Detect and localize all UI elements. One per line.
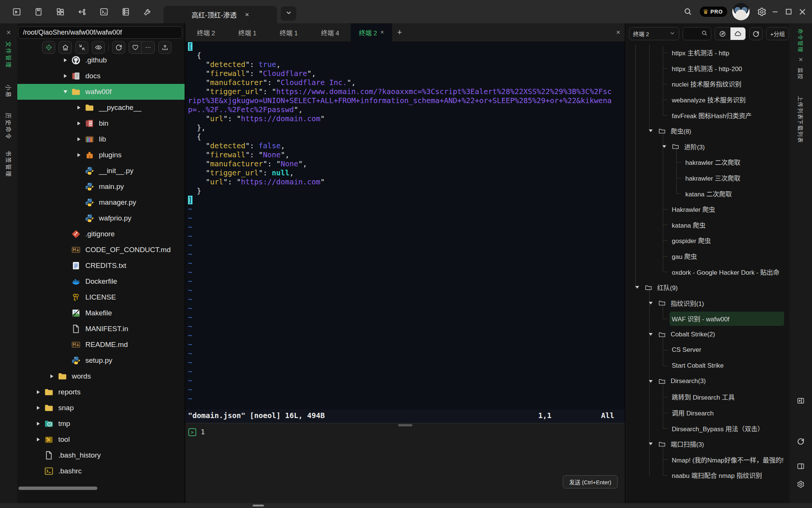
right-rail-tab-4[interactable]: 下载列表 — [797, 119, 804, 143]
command-item-17[interactable]: WAF 识别 - wafw00f — [626, 311, 789, 327]
command-item-13[interactable]: gau 爬虫 — [626, 248, 789, 264]
command-item-20[interactable]: Start Cobalt Strike — [626, 358, 789, 374]
tree-folder-wafw00f[interactable]: wafw00f — [17, 84, 185, 100]
tree-file-main.py[interactable]: main.py — [17, 179, 185, 195]
session-tab[interactable]: 高红-顶红-渗透 × — [164, 6, 277, 23]
upload-icon[interactable] — [158, 41, 171, 54]
tree-file-CREDITS.txt[interactable]: CREDITS.txt — [17, 258, 185, 274]
caret-down-icon[interactable] — [662, 145, 666, 148]
caret-right-icon[interactable] — [35, 438, 42, 441]
gear-icon[interactable] — [795, 479, 806, 490]
caret-right-icon[interactable] — [35, 406, 42, 410]
command-item-3[interactable]: webanalyze 技术服务识别 — [626, 92, 789, 108]
avatar[interactable] — [732, 3, 750, 20]
command-panel-close-icon[interactable]: × — [798, 55, 803, 64]
refresh-icon[interactable] — [749, 27, 763, 40]
gear-icon[interactable] — [755, 5, 768, 18]
session-tab-close-icon[interactable]: × — [245, 11, 249, 19]
tree-file-setup.py[interactable]: setup.py — [17, 353, 185, 368]
command-search-input[interactable] — [683, 27, 711, 40]
command-input-value[interactable]: 1 — [201, 428, 205, 436]
maximize-button[interactable] — [782, 5, 795, 18]
command-item-11[interactable]: katana 爬虫 — [626, 217, 789, 233]
tree-file-README.md[interactable]: README.md — [17, 337, 185, 353]
refresh-icon[interactable] — [795, 436, 806, 447]
terminal-tab-3[interactable]: 终端 1 — [268, 23, 309, 41]
command-item-8[interactable]: hakrawler 三次爬取 — [626, 170, 789, 186]
path-input[interactable] — [18, 26, 182, 39]
caret-down-icon[interactable] — [649, 380, 653, 383]
caret-right-icon[interactable] — [75, 153, 83, 157]
caret-down-icon[interactable] — [635, 286, 639, 289]
cloud-icon[interactable] — [730, 27, 746, 40]
command-item-22[interactable]: 跳转到 Dirsearch 工具 — [626, 389, 789, 405]
panel-right-icon[interactable] — [795, 395, 806, 406]
tree-file-Makefile[interactable]: Makefile — [17, 305, 185, 321]
command-group-6[interactable]: 进阶(3) — [626, 139, 789, 155]
caret-right-icon[interactable] — [48, 374, 56, 378]
compass-icon[interactable] — [715, 27, 730, 40]
tab-close-icon[interactable]: × — [380, 29, 384, 36]
tree-folder-bin[interactable]: 0110bin — [17, 116, 185, 131]
command-item-2[interactable]: nuclei 技术服务指纹识别 — [626, 76, 789, 92]
command-input-pane[interactable]: > 1 发送 (Ctrl+Enter) — [185, 423, 625, 503]
tree-folder-.github[interactable]: .github — [17, 52, 185, 68]
tree-file-.bash_history[interactable]: .bash_history — [17, 447, 185, 463]
command-group-16[interactable]: 指纹识别(1) — [626, 295, 789, 311]
command-item-1[interactable]: httpx 主机测活 - http-200 — [626, 61, 789, 76]
terminal-select-dropdown[interactable]: 终端 2 — [629, 27, 679, 40]
command-item-26[interactable]: Nmap! (我的Nmap好像不一样，最强的! — [626, 452, 789, 468]
command-group-21[interactable]: Dirsearch(3) — [626, 374, 789, 389]
terminal-tab-1[interactable]: 终端 2 — [185, 23, 227, 41]
tree-file-wafprio.py[interactable]: wafprio.py — [17, 210, 185, 226]
caret-right-icon[interactable] — [62, 58, 69, 62]
tree-folder-reports[interactable]: reports — [17, 384, 185, 400]
caret-down-icon[interactable] — [649, 129, 653, 132]
terminal-tabs-close-icon[interactable]: × — [616, 23, 620, 41]
wrench-icon[interactable] — [142, 7, 153, 17]
caret-right-icon[interactable] — [75, 122, 83, 125]
minimize-button[interactable] — [768, 5, 782, 18]
caret-down-icon[interactable] — [62, 90, 69, 93]
tree-folder-tool[interactable]: tool — [17, 432, 185, 447]
more-icon[interactable] — [142, 41, 155, 54]
add-terminal-tab-button[interactable]: + — [392, 23, 407, 41]
command-item-19[interactable]: CS Server — [626, 342, 789, 358]
eye-icon[interactable] — [92, 41, 105, 54]
tree-file-MANIFEST.in[interactable]: MANIFEST.in — [17, 321, 185, 337]
view-mode-toggle[interactable] — [715, 27, 746, 40]
right-rail-tab-1[interactable]: 命令管理 — [797, 29, 804, 53]
tree-folder-words[interactable]: words — [17, 368, 185, 384]
home-icon[interactable] — [59, 41, 72, 54]
caret-right-icon[interactable] — [35, 390, 42, 394]
left-rail-tab-4[interactable]: 书签管理 — [5, 151, 13, 178]
heart-icon[interactable] — [129, 41, 142, 54]
left-rail-tab-2[interactable]: 小易 — [5, 85, 13, 98]
caret-right-icon[interactable] — [75, 106, 83, 110]
send-button[interactable]: 发送 (Ctrl+Enter) — [563, 475, 618, 488]
caret-right-icon[interactable] — [75, 137, 83, 141]
terminal-tab-2[interactable]: 终端 1 — [227, 23, 268, 41]
add-group-button[interactable]: +分组 — [766, 27, 789, 40]
command-item-10[interactable]: Hakrawler 爬虫 — [626, 201, 789, 217]
caret-right-icon[interactable] — [62, 74, 69, 78]
left-rail-tab-1[interactable]: 文件管理 — [5, 41, 13, 68]
run-terminal-icon[interactable] — [12, 7, 22, 17]
tree-file-LICENSE[interactable]: LICENSE — [17, 289, 185, 305]
tree-file-__init__.py[interactable]: __init__.py — [17, 163, 185, 179]
command-group-18[interactable]: Cobalt Strike(2) — [626, 327, 789, 342]
command-item-9[interactable]: katana 二次爬取 — [626, 186, 789, 201]
tree-file-.gitignore[interactable]: .gitignore — [17, 226, 185, 242]
tree-folder-__pycache__[interactable]: __pycache__ — [17, 100, 185, 116]
tree-file-.bashrc[interactable]: .bashrc — [17, 463, 185, 479]
vim-editor[interactable]: [ { "detected": true, "firewall": "Cloud… — [185, 41, 625, 409]
right-rail-tab-2[interactable]: 监控 — [797, 68, 804, 80]
pro-badge[interactable]: ♛ PRO — [699, 6, 728, 17]
command-item-14[interactable]: oxdork - Google Hacker Dork - 贴出命 — [626, 264, 789, 280]
right-rail-tab-3[interactable]: 上传列表 — [797, 96, 804, 120]
tree-folder-tmp[interactable]: tmp — [17, 416, 185, 432]
command-item-4[interactable]: favFreak 图标Hash归类资产 — [626, 107, 789, 123]
command-item-27[interactable]: naabu 端扫配合 nmap 指纹识别 — [626, 467, 789, 483]
search-icon[interactable] — [681, 5, 695, 18]
terminal-tab-4[interactable]: 终端 4 — [309, 23, 351, 41]
